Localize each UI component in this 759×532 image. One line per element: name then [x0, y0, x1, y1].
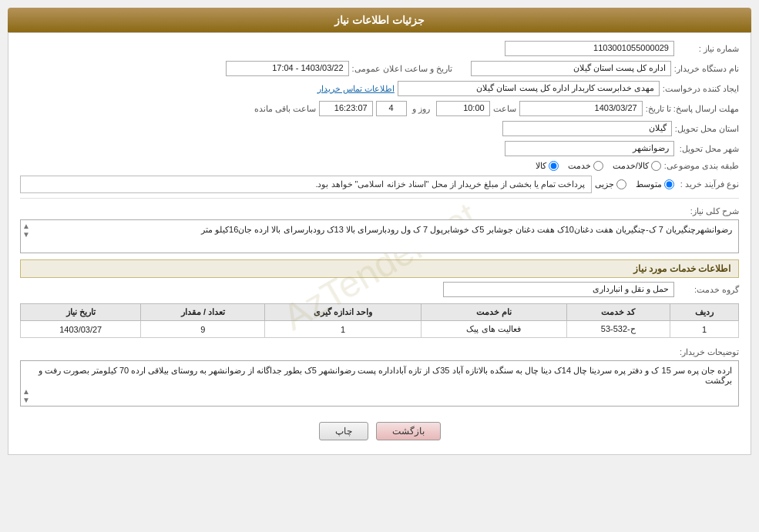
col-quantity: تعداد / مقدار [141, 304, 265, 321]
footer-buttons: بازگشت چاپ [20, 416, 739, 447]
category-option-kala[interactable]: کالا [536, 161, 559, 171]
buyer-org-row: نام دستگاه خریدار: اداره کل پست استان گی… [20, 61, 739, 76]
purchase-type-option-jozi[interactable]: جزیی [595, 179, 626, 189]
table-row: 1 ح-532-53 فعالیت های پیک 1 9 1403/03/27 [21, 321, 739, 338]
need-description-value: ▲▼ رضوانشهرچنگیریان 7 ک-چنگیریان هفت دغن… [20, 219, 739, 253]
service-group-row: گروه خدمت: حمل و نقل و انبارداری [20, 282, 739, 297]
col-unit: واحد اندازه گیری [265, 304, 421, 321]
cell-name: فعالیت های پیک [421, 321, 566, 338]
buyer-notes-text: ارده جان پره سر 15 ک و دفتر پره سردینا چ… [39, 366, 732, 385]
buyer-notes-row: توضیحات خریدار: ارده جان پره سر 15 ک و د… [20, 344, 739, 407]
city-value: رضوانشهر [505, 141, 674, 156]
buyer-notes-label: توضیحات خریدار: [677, 347, 739, 357]
page-header: جزئیات اطلاعات نیاز [8, 8, 751, 32]
announcement-value: 1403/03/22 - 17:04 [226, 61, 349, 76]
cell-unit: 1 [265, 321, 421, 338]
city-row: شهر محل تحویل: رضوانشهر [20, 141, 739, 156]
category-label: طبقه بندی موضوعی: [664, 161, 739, 171]
category-option-kala-khadamat[interactable]: کالا/خدمت [613, 161, 661, 171]
category-label-kala-khadamat: کالا/خدمت [613, 161, 649, 171]
buyer-notes-content: ارده جان پره سر 15 ک و دفتر پره سردینا چ… [20, 360, 739, 407]
province-row: استان محل تحویل: گیلان [20, 121, 739, 136]
need-number-label: شماره نیاز : [677, 44, 739, 54]
print-button[interactable]: چاپ [319, 422, 368, 440]
deadline-remaining-label: ساعت باقی مانده [254, 104, 316, 114]
buyer-org-value: اداره کل پست استان گیلان [471, 61, 671, 76]
need-number-row: شماره نیاز : 1103001055000029 [20, 41, 739, 56]
purchase-type-radio-motavasset[interactable] [664, 179, 674, 189]
creator-value: مهدی خدابرست کاربدار اداره کل پست استان … [398, 81, 660, 96]
service-info-header: اطلاعات خدمات مورد نیاز [20, 259, 739, 278]
deadline-time-label: ساعت [493, 104, 516, 114]
province-value: گیلان [502, 121, 672, 136]
main-panel: شماره نیاز : 1103001055000029 نام دستگاه… [8, 32, 751, 455]
category-label-kala: کالا [536, 161, 546, 171]
deadline-label: مهلت ارسال پاسخ: تا تاریخ: [646, 104, 739, 114]
back-button[interactable]: بازگشت [376, 422, 441, 440]
col-date: تاریخ نیاز [21, 304, 141, 321]
purchase-type-radio-group: متوسط جزیی [595, 179, 674, 189]
service-group-label: گروه خدمت: [677, 285, 739, 295]
purchase-type-label: نوع فرآیند خرید : [677, 179, 739, 189]
category-row: طبقه بندی موضوعی: کالا/خدمت خدمت کالا [20, 161, 739, 171]
service-group-value: حمل و نقل و انبارداری [443, 282, 674, 297]
scroll-arrow-notes[interactable]: ▲▼ [22, 387, 30, 404]
category-label-khadamat: خدمت [568, 161, 591, 171]
category-radio-group: کالا/خدمت خدمت کالا [536, 161, 661, 171]
cell-quantity: 9 [141, 321, 265, 338]
divider-1 [20, 198, 739, 199]
deadline-days-label: روز و [410, 104, 433, 114]
col-row: ردیف [670, 304, 739, 321]
buyer-org-label: نام دستگاه خریدار: [674, 64, 739, 74]
announcement-label: تاریخ و ساعت اعلان عمومی: [352, 64, 452, 74]
need-description-label: شرح کلی نیاز: [677, 206, 739, 216]
need-description-row: شرح کلی نیاز: ▲▼ رضوانشهرچنگیریان 7 ک-چن… [20, 203, 739, 253]
col-name: نام خدمت [421, 304, 566, 321]
category-radio-kala-khadamat[interactable] [651, 161, 661, 171]
purchase-type-notice: پرداخت تمام یا بخشی از مبلغ خریدار از مح… [20, 176, 592, 193]
city-label: شهر محل تحویل: [677, 144, 739, 154]
cell-row: 1 [670, 321, 739, 338]
cell-code: ح-532-53 [566, 321, 670, 338]
creator-row: ایجاد کننده درخواست: مهدی خدابرست کاربدا… [20, 81, 739, 96]
need-description-text: رضوانشهرچنگیریان 7 ک-چنگیریان هفت دغنان1… [201, 225, 732, 234]
services-table: ردیف کد خدمت نام خدمت واحد اندازه گیری ت… [20, 303, 739, 338]
page-title: جزئیات اطلاعات نیاز [334, 14, 425, 26]
deadline-date: 1403/03/27 [519, 101, 643, 116]
page-container: AzTender.net جزئیات اطلاعات نیاز شماره ن… [0, 0, 759, 532]
deadline-remaining: 16:23:07 [319, 101, 373, 116]
purchase-type-label-motavasset: متوسط [636, 179, 662, 189]
purchase-type-option-motavasset[interactable]: متوسط [636, 179, 674, 189]
contact-link[interactable]: اطلاعات تماس خریدار [317, 84, 395, 94]
deadline-time: 10:00 [436, 101, 490, 116]
category-radio-kala[interactable] [549, 161, 559, 171]
col-code: کد خدمت [566, 304, 670, 321]
need-number-value: 1103001055000029 [505, 41, 674, 56]
province-label: استان محل تحویل: [675, 124, 739, 134]
cell-date: 1403/03/27 [21, 321, 141, 338]
purchase-type-radio-jozi[interactable] [616, 179, 626, 189]
deadline-days: 4 [376, 101, 407, 116]
creator-label: ایجاد کننده درخواست: [663, 84, 739, 94]
category-radio-khadamat[interactable] [593, 161, 603, 171]
category-option-khadamat[interactable]: خدمت [568, 161, 603, 171]
services-table-section: ردیف کد خدمت نام خدمت واحد اندازه گیری ت… [20, 303, 739, 338]
scroll-arrow-up[interactable]: ▲▼ [22, 222, 30, 239]
deadline-row: مهلت ارسال پاسخ: تا تاریخ: 1403/03/27 سا… [20, 101, 739, 116]
purchase-type-label-jozi: جزیی [595, 179, 614, 189]
purchase-type-row: نوع فرآیند خرید : متوسط جزیی پرداخت تمام… [20, 176, 739, 193]
